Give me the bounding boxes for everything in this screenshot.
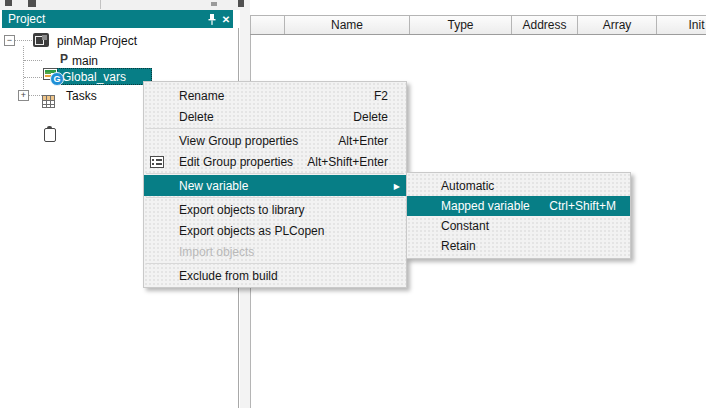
menu-item-shortcut: Ctrl+Shift+M (549, 199, 616, 213)
grid-column-name[interactable]: Name (285, 16, 410, 34)
tree-item-global-vars-selected[interactable]: Global_vars (57, 68, 152, 85)
tree-connector (15, 40, 32, 41)
tree-item-tasks[interactable]: Tasks (66, 88, 97, 104)
toolbar-fragment-icon (211, 2, 217, 6)
menu-item-new-variable[interactable]: New variable ▶ (144, 175, 406, 196)
tree-item-label: Global_vars (57, 69, 126, 85)
panel-title: Project (2, 12, 205, 26)
grid-column-array[interactable]: Array (578, 16, 657, 34)
menu-item-exclude-from-build[interactable]: Exclude from build (144, 265, 406, 286)
program-type-badge: P (60, 53, 68, 66)
menu-item-label: Export objects to library (179, 203, 304, 217)
submenu-arrow-icon: ▶ (394, 181, 400, 190)
menu-item-delete[interactable]: Delete Delete (144, 106, 406, 127)
new-variable-submenu: Automatic Mapped variable Ctrl+Shift+M C… (406, 172, 631, 259)
menu-item-label: Edit Group properties (179, 155, 293, 169)
submenu-item-constant[interactable]: Constant (407, 216, 630, 236)
menu-item-rename[interactable]: Rename F2 (144, 85, 406, 106)
menu-item-shortcut: Alt+Shift+Enter (307, 155, 388, 169)
tree-expander-plus[interactable]: + (18, 90, 29, 101)
menu-item-label: Retain (441, 239, 476, 253)
toolbar-fragment-icon (238, 0, 244, 7)
context-menu: Rename F2 Delete Delete View Group prope… (143, 81, 407, 288)
toolbar-fragment-icon (28, 0, 36, 7)
menu-item-label: Automatic (441, 179, 494, 193)
toolbar-separator (100, 0, 101, 9)
grid-column-init[interactable]: Init (657, 16, 706, 34)
menu-item-import-objects: Import objects (144, 241, 406, 262)
menu-item-label: New variable (179, 179, 248, 193)
submenu-item-mapped-variable[interactable]: Mapped variable Ctrl+Shift+M (407, 196, 630, 216)
grid-column-address[interactable]: Address (512, 16, 578, 34)
menu-item-view-group-properties[interactable]: View Group properties Alt+Enter (144, 130, 406, 151)
menu-item-export-objects-as-plcopen[interactable]: Export objects as PLCopen (144, 220, 406, 241)
project-panel-titlebar: Project ✕ (2, 10, 233, 28)
menu-separator (146, 197, 404, 198)
menu-item-shortcut: Alt+Enter (338, 134, 388, 148)
menu-separator (146, 263, 404, 264)
menu-item-label: Constant (441, 219, 489, 233)
menu-item-label: Rename (179, 89, 224, 103)
menu-item-shortcut: F2 (374, 89, 388, 103)
app-window: Project ✕ − pinMap Project P main Global… (0, 0, 706, 408)
menu-item-label: Export objects as PLCopen (179, 224, 324, 238)
menu-item-label: View Group properties (179, 134, 298, 148)
toolbar-strip (0, 0, 250, 10)
menu-item-edit-group-properties[interactable]: Edit Group properties Alt+Shift+Enter (144, 151, 406, 172)
grid-gutter-header (250, 16, 285, 34)
global-vars-grid-icon (42, 95, 55, 108)
pin-icon[interactable] (205, 12, 219, 26)
variables-grid-header: Name Type Address Array Init (250, 15, 706, 35)
tree-connector (24, 77, 42, 78)
close-icon[interactable]: ✕ (219, 12, 233, 26)
menu-item-shortcut: Delete (353, 110, 388, 124)
menu-item-label: Mapped variable (441, 199, 530, 213)
menu-separator (146, 128, 404, 129)
menu-item-label: Exclude from build (179, 269, 278, 283)
tree-connector (29, 95, 42, 96)
toolbar-fragment-icon (5, 0, 12, 6)
menu-separator (146, 173, 404, 174)
submenu-item-retain[interactable]: Retain (407, 236, 630, 256)
global-badge-icon: G (50, 72, 64, 86)
tree-connector (24, 60, 42, 61)
form-properties-icon (150, 156, 164, 168)
menu-item-label: Delete (179, 110, 214, 124)
tree-item-main[interactable]: main (72, 53, 98, 69)
menu-item-label: Import objects (179, 245, 254, 259)
tree-expander-minus[interactable]: − (4, 35, 15, 46)
tree-item-pinmap-project[interactable]: pinMap Project (57, 33, 137, 49)
submenu-item-automatic[interactable]: Automatic (407, 176, 630, 196)
tree-connector (23, 46, 24, 95)
menu-item-export-objects-to-library[interactable]: Export objects to library (144, 199, 406, 220)
tasks-icon (44, 128, 56, 142)
grid-column-type[interactable]: Type (410, 16, 512, 34)
project-icon (33, 33, 49, 47)
